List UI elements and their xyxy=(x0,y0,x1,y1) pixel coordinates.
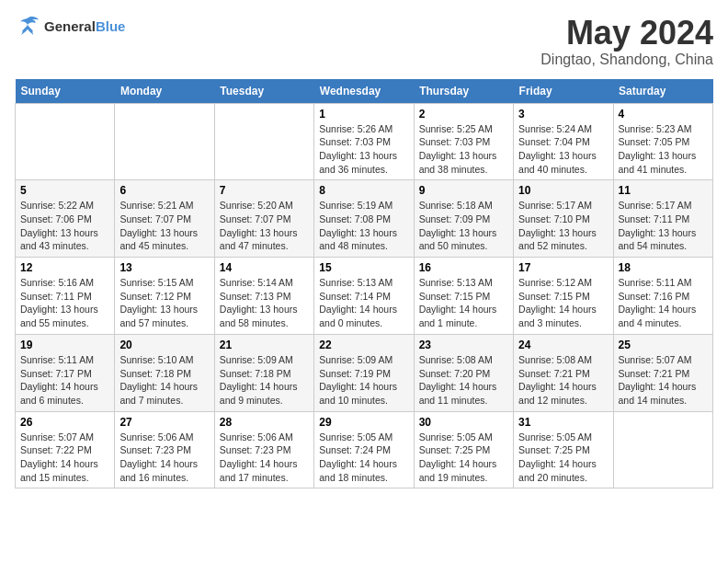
day-info: Sunrise: 5:10 AMSunset: 7:18 PMDaylight:… xyxy=(119,353,209,408)
day-info: Sunrise: 5:19 AMSunset: 7:08 PMDaylight:… xyxy=(319,199,408,253)
week-row-1: 1Sunrise: 5:26 AMSunset: 7:03 PMDaylight… xyxy=(16,103,713,180)
day-number: 16 xyxy=(419,261,508,274)
day-info: Sunrise: 5:08 AMSunset: 7:20 PMDaylight:… xyxy=(419,353,508,408)
calendar-cell: 29Sunrise: 5:05 AMSunset: 7:24 PMDayligh… xyxy=(314,411,414,488)
weekday-header-tuesday: Tuesday xyxy=(214,79,313,104)
logo: GeneralBlue xyxy=(15,15,125,37)
day-info: Sunrise: 5:13 AMSunset: 7:14 PMDaylight:… xyxy=(319,276,408,330)
day-number: 12 xyxy=(20,261,109,274)
day-info: Sunrise: 5:09 AMSunset: 7:19 PMDaylight:… xyxy=(319,353,408,408)
day-info: Sunrise: 5:08 AMSunset: 7:21 PMDaylight:… xyxy=(518,353,608,408)
calendar-cell: 4Sunrise: 5:23 AMSunset: 7:05 PMDaylight… xyxy=(613,103,712,180)
weekday-header-row: SundayMondayTuesdayWednesdayThursdayFrid… xyxy=(16,79,713,104)
calendar-cell: 7Sunrise: 5:20 AMSunset: 7:07 PMDaylight… xyxy=(214,180,313,258)
weekday-header-wednesday: Wednesday xyxy=(314,79,414,104)
day-info: Sunrise: 5:11 AMSunset: 7:17 PMDaylight:… xyxy=(20,353,109,408)
day-number: 22 xyxy=(319,339,408,351)
day-number: 14 xyxy=(220,261,309,274)
day-info: Sunrise: 5:21 AMSunset: 7:07 PMDaylight:… xyxy=(119,199,209,253)
calendar-cell: 2Sunrise: 5:25 AMSunset: 7:03 PMDaylight… xyxy=(414,103,513,180)
day-info: Sunrise: 5:11 AMSunset: 7:16 PMDaylight:… xyxy=(619,276,708,330)
weekday-header-sunday: Sunday xyxy=(16,79,115,104)
weekday-header-saturday: Saturday xyxy=(613,79,712,104)
day-number: 21 xyxy=(220,339,309,351)
day-number: 8 xyxy=(319,184,408,197)
day-info: Sunrise: 5:20 AMSunset: 7:07 PMDaylight:… xyxy=(220,199,309,253)
page-header: GeneralBlue May 2024 Dingtao, Shandong, … xyxy=(15,15,713,68)
day-number: 5 xyxy=(20,184,109,197)
calendar-cell xyxy=(214,103,313,180)
day-info: Sunrise: 5:13 AMSunset: 7:15 PMDaylight:… xyxy=(419,276,508,330)
day-number: 29 xyxy=(319,416,408,429)
calendar-cell: 31Sunrise: 5:05 AMSunset: 7:25 PMDayligh… xyxy=(514,411,613,488)
day-info: Sunrise: 5:05 AMSunset: 7:24 PMDaylight:… xyxy=(319,431,408,485)
day-info: Sunrise: 5:17 AMSunset: 7:10 PMDaylight:… xyxy=(518,199,608,253)
day-info: Sunrise: 5:25 AMSunset: 7:03 PMDaylight:… xyxy=(419,122,508,177)
logo-text: GeneralBlue xyxy=(44,18,125,34)
day-info: Sunrise: 5:14 AMSunset: 7:13 PMDaylight:… xyxy=(220,276,309,330)
day-number: 15 xyxy=(319,261,408,274)
day-info: Sunrise: 5:05 AMSunset: 7:25 PMDaylight:… xyxy=(518,431,608,485)
title-block: May 2024 Dingtao, Shandong, China xyxy=(540,15,713,68)
weekday-header-monday: Monday xyxy=(115,79,214,104)
calendar-cell: 6Sunrise: 5:21 AMSunset: 7:07 PMDaylight… xyxy=(115,180,214,258)
calendar-cell: 15Sunrise: 5:13 AMSunset: 7:14 PMDayligh… xyxy=(314,258,414,335)
day-info: Sunrise: 5:15 AMSunset: 7:12 PMDaylight:… xyxy=(119,276,209,330)
day-info: Sunrise: 5:17 AMSunset: 7:11 PMDaylight:… xyxy=(619,199,708,253)
calendar-cell: 24Sunrise: 5:08 AMSunset: 7:21 PMDayligh… xyxy=(514,334,613,411)
day-number: 11 xyxy=(619,184,708,197)
day-number: 30 xyxy=(419,416,508,429)
day-number: 24 xyxy=(518,339,608,351)
day-info: Sunrise: 5:12 AMSunset: 7:15 PMDaylight:… xyxy=(518,276,608,330)
calendar-cell: 27Sunrise: 5:06 AMSunset: 7:23 PMDayligh… xyxy=(115,411,214,488)
day-info: Sunrise: 5:09 AMSunset: 7:18 PMDaylight:… xyxy=(220,353,309,408)
day-info: Sunrise: 5:06 AMSunset: 7:23 PMDaylight:… xyxy=(220,431,309,485)
calendar-cell: 21Sunrise: 5:09 AMSunset: 7:18 PMDayligh… xyxy=(214,334,313,411)
day-number: 13 xyxy=(119,261,209,274)
calendar-cell: 3Sunrise: 5:24 AMSunset: 7:04 PMDaylight… xyxy=(514,103,613,180)
day-number: 9 xyxy=(419,184,508,197)
day-number: 18 xyxy=(619,261,708,274)
calendar-cell: 8Sunrise: 5:19 AMSunset: 7:08 PMDaylight… xyxy=(314,180,414,258)
day-number: 6 xyxy=(119,184,209,197)
day-number: 1 xyxy=(319,108,408,121)
day-number: 3 xyxy=(518,108,608,121)
calendar-cell: 18Sunrise: 5:11 AMSunset: 7:16 PMDayligh… xyxy=(613,258,712,335)
day-number: 25 xyxy=(619,339,708,351)
month-title: May 2024 xyxy=(540,15,713,52)
calendar-cell: 11Sunrise: 5:17 AMSunset: 7:11 PMDayligh… xyxy=(613,180,712,258)
calendar-cell xyxy=(115,103,214,180)
day-number: 20 xyxy=(119,339,209,351)
day-info: Sunrise: 5:22 AMSunset: 7:06 PMDaylight:… xyxy=(20,199,109,253)
weekday-header-thursday: Thursday xyxy=(414,79,513,104)
day-info: Sunrise: 5:07 AMSunset: 7:22 PMDaylight:… xyxy=(20,431,109,485)
day-info: Sunrise: 5:26 AMSunset: 7:03 PMDaylight:… xyxy=(319,122,408,177)
calendar-cell xyxy=(16,103,115,180)
day-number: 17 xyxy=(518,261,608,274)
day-number: 23 xyxy=(419,339,508,351)
weekday-header-friday: Friday xyxy=(514,79,613,104)
day-number: 31 xyxy=(518,416,608,429)
calendar-cell: 9Sunrise: 5:18 AMSunset: 7:09 PMDaylight… xyxy=(414,180,513,258)
calendar-cell: 10Sunrise: 5:17 AMSunset: 7:10 PMDayligh… xyxy=(514,180,613,258)
day-info: Sunrise: 5:05 AMSunset: 7:25 PMDaylight:… xyxy=(419,431,508,485)
calendar-cell xyxy=(613,411,712,488)
calendar-cell: 13Sunrise: 5:15 AMSunset: 7:12 PMDayligh… xyxy=(115,258,214,335)
calendar-cell: 26Sunrise: 5:07 AMSunset: 7:22 PMDayligh… xyxy=(16,411,115,488)
calendar-cell: 16Sunrise: 5:13 AMSunset: 7:15 PMDayligh… xyxy=(414,258,513,335)
day-number: 10 xyxy=(518,184,608,197)
location: Dingtao, Shandong, China xyxy=(540,52,713,68)
day-number: 26 xyxy=(20,416,109,429)
calendar-cell: 28Sunrise: 5:06 AMSunset: 7:23 PMDayligh… xyxy=(214,411,313,488)
day-number: 19 xyxy=(20,339,109,351)
calendar-table: SundayMondayTuesdayWednesdayThursdayFrid… xyxy=(15,79,713,489)
week-row-4: 19Sunrise: 5:11 AMSunset: 7:17 PMDayligh… xyxy=(16,334,713,411)
calendar-cell: 17Sunrise: 5:12 AMSunset: 7:15 PMDayligh… xyxy=(514,258,613,335)
day-number: 28 xyxy=(220,416,309,429)
calendar-cell: 23Sunrise: 5:08 AMSunset: 7:20 PMDayligh… xyxy=(414,334,513,411)
day-info: Sunrise: 5:16 AMSunset: 7:11 PMDaylight:… xyxy=(20,276,109,330)
calendar-cell: 22Sunrise: 5:09 AMSunset: 7:19 PMDayligh… xyxy=(314,334,414,411)
calendar-cell: 14Sunrise: 5:14 AMSunset: 7:13 PMDayligh… xyxy=(214,258,313,335)
day-number: 2 xyxy=(419,108,508,121)
day-info: Sunrise: 5:24 AMSunset: 7:04 PMDaylight:… xyxy=(518,122,608,177)
